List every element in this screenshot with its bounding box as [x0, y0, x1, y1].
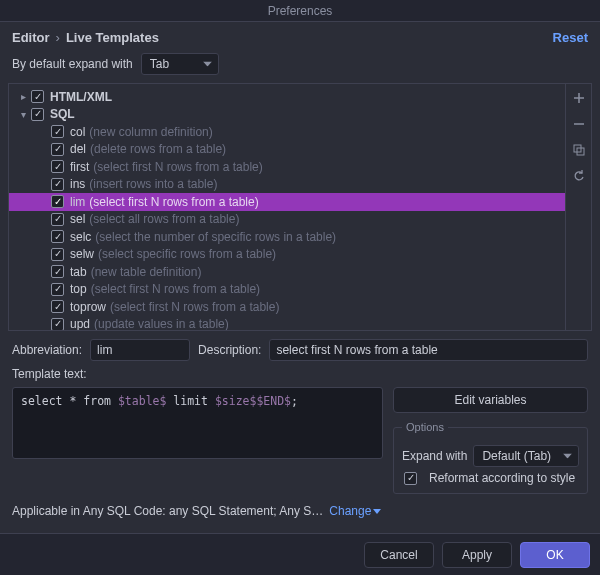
template-abbr: upd: [70, 317, 90, 330]
add-template-button[interactable]: [571, 90, 587, 106]
duplicate-icon: [573, 144, 585, 156]
default-expand-select[interactable]: Tab: [141, 53, 219, 75]
template-desc: (insert rows into a table): [89, 177, 217, 191]
group-checkbox[interactable]: [31, 90, 44, 103]
minus-icon: [573, 118, 585, 130]
template-abbr: first: [70, 160, 89, 174]
template-checkbox[interactable]: [51, 178, 64, 191]
options-fieldset: Options Expand with Default (Tab) Reform…: [393, 421, 588, 494]
template-desc: (select the number of specific rows in a…: [95, 230, 336, 244]
window-title: Preferences: [268, 4, 333, 18]
template-item-del[interactable]: del (delete rows from a table): [9, 141, 565, 159]
template-text-editor[interactable]: select * from $table$ limit $size$$END$;: [12, 387, 383, 459]
description-input[interactable]: [269, 339, 588, 361]
template-abbr: del: [70, 142, 86, 156]
expand-with-select[interactable]: Default (Tab): [473, 445, 579, 467]
description-label: Description:: [198, 343, 261, 357]
template-abbr: tab: [70, 265, 87, 279]
template-item-sel[interactable]: sel (select all rows from a table): [9, 211, 565, 229]
applicable-text: Applicable in Any SQL Code: any SQL Stat…: [12, 504, 323, 518]
template-abbr: selc: [70, 230, 91, 244]
templates-tree-container: ▸HTML/XML▾SQLcol (new column definition)…: [8, 83, 592, 331]
template-item-first[interactable]: first (select first N rows from a table): [9, 158, 565, 176]
template-desc: (select all rows from a table): [89, 212, 239, 226]
template-item-tab[interactable]: tab (new table definition): [9, 263, 565, 281]
expand-with-label: Expand with: [402, 449, 467, 463]
template-checkbox[interactable]: [51, 318, 64, 330]
chevron-down-icon[interactable]: ▾: [17, 109, 29, 120]
ok-button[interactable]: OK: [520, 542, 590, 568]
template-desc: (select first N rows from a table): [93, 160, 262, 174]
template-checkbox[interactable]: [51, 300, 64, 313]
chevron-down-icon: [203, 62, 212, 67]
chevron-down-icon: [563, 454, 572, 459]
template-abbr: top: [70, 282, 87, 296]
reset-link[interactable]: Reset: [553, 30, 588, 45]
default-expand-row: By default expand with Tab: [0, 51, 600, 83]
template-checkbox[interactable]: [51, 283, 64, 296]
chevron-right-icon: ›: [56, 30, 60, 45]
reformat-checkbox[interactable]: [404, 472, 417, 485]
template-item-selc[interactable]: selc (select the number of specific rows…: [9, 228, 565, 246]
applicable-context: Applicable in Any SQL Code: any SQL Stat…: [12, 500, 588, 518]
group-checkbox[interactable]: [31, 108, 44, 121]
cancel-button[interactable]: Cancel: [364, 542, 434, 568]
breadcrumb-parent[interactable]: Editor: [12, 30, 50, 45]
chevron-down-icon: [373, 509, 381, 514]
options-legend: Options: [402, 421, 448, 433]
template-checkbox[interactable]: [51, 213, 64, 226]
dialog-footer: Cancel Apply OK: [0, 533, 600, 575]
template-desc: (select specific rows from a table): [98, 247, 276, 261]
template-desc: (select first N rows from a table): [110, 300, 279, 314]
template-item-top[interactable]: top (select first N rows from a table): [9, 281, 565, 299]
template-checkbox[interactable]: [51, 125, 64, 138]
template-checkbox[interactable]: [51, 248, 64, 261]
template-group-sql[interactable]: ▾SQL: [9, 106, 565, 124]
template-item-lim[interactable]: lim (select first N rows from a table): [9, 193, 565, 211]
abbreviation-label: Abbreviation:: [12, 343, 82, 357]
revert-icon: [573, 170, 585, 182]
template-abbr: toprow: [70, 300, 106, 314]
apply-button[interactable]: Apply: [442, 542, 512, 568]
tree-gutter: [565, 84, 591, 330]
chevron-right-icon[interactable]: ▸: [17, 91, 29, 102]
template-checkbox[interactable]: [51, 265, 64, 278]
expand-with-value: Default (Tab): [482, 449, 551, 463]
template-item-toprow[interactable]: toprow (select first N rows from a table…: [9, 298, 565, 316]
group-label: HTML/XML: [50, 90, 112, 104]
template-item-col[interactable]: col (new column definition): [9, 123, 565, 141]
change-context-link[interactable]: Change: [329, 504, 381, 518]
breadcrumb-current: Live Templates: [66, 30, 159, 45]
breadcrumb: Editor › Live Templates Reset: [0, 22, 600, 51]
templates-tree[interactable]: ▸HTML/XML▾SQLcol (new column definition)…: [9, 84, 565, 330]
template-checkbox[interactable]: [51, 143, 64, 156]
template-abbr: ins: [70, 177, 85, 191]
template-item-ins[interactable]: ins (insert rows into a table): [9, 176, 565, 194]
edit-variables-button[interactable]: Edit variables: [393, 387, 588, 413]
template-abbr: sel: [70, 212, 85, 226]
template-item-selw[interactable]: selw (select specific rows from a table): [9, 246, 565, 264]
duplicate-template-button[interactable]: [571, 142, 587, 158]
remove-template-button[interactable]: [571, 116, 587, 132]
abbr-desc-row: Abbreviation: Description:: [12, 339, 588, 361]
reformat-label: Reformat according to style: [429, 471, 575, 485]
plus-icon: [573, 92, 585, 104]
template-desc: (delete rows from a table): [90, 142, 226, 156]
template-desc: (new table definition): [91, 265, 202, 279]
template-desc: (new column definition): [89, 125, 212, 139]
template-checkbox[interactable]: [51, 230, 64, 243]
template-item-upd[interactable]: upd (update values in a table): [9, 316, 565, 331]
template-form: Abbreviation: Description: Template text…: [0, 331, 600, 533]
group-label: SQL: [50, 107, 75, 121]
template-abbr: col: [70, 125, 85, 139]
template-group-html-xml[interactable]: ▸HTML/XML: [9, 88, 565, 106]
abbreviation-input[interactable]: [90, 339, 190, 361]
default-expand-label: By default expand with: [12, 57, 133, 71]
revert-template-button[interactable]: [571, 168, 587, 184]
template-abbr: selw: [70, 247, 94, 261]
template-checkbox[interactable]: [51, 195, 64, 208]
template-checkbox[interactable]: [51, 160, 64, 173]
template-desc: (select first N rows from a table): [91, 282, 260, 296]
template-desc: (select first N rows from a table): [89, 195, 258, 209]
template-text-label: Template text:: [12, 367, 588, 381]
